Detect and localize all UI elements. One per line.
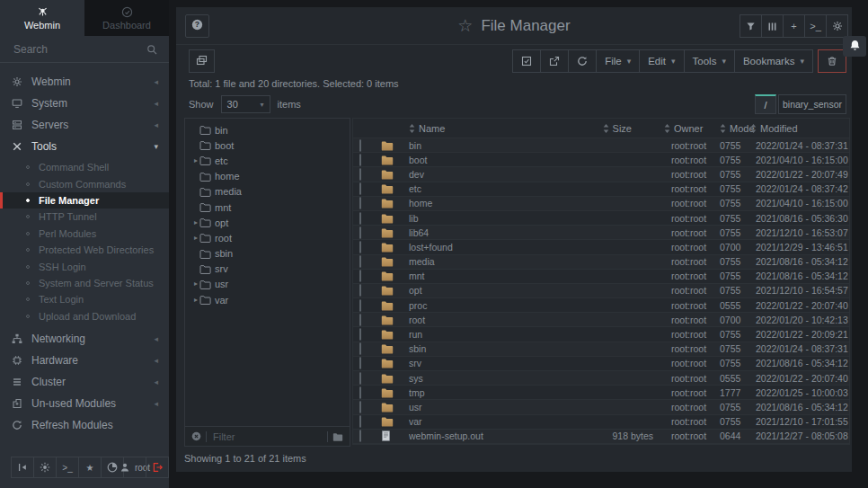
table-row-webmin-setup-out[interactable]: webmin-setup.out918 bytesroot:root064420… bbox=[353, 430, 849, 444]
columns-button[interactable] bbox=[761, 14, 784, 38]
tab-dashboard[interactable]: Dashboard bbox=[84, 0, 169, 36]
items-per-page-select[interactable]: 30 ▾ bbox=[221, 95, 270, 113]
theme-sun-button[interactable] bbox=[33, 457, 57, 478]
file-name[interactable]: sys bbox=[409, 373, 569, 384]
file-name[interactable]: tmp bbox=[409, 387, 569, 398]
filter-button[interactable] bbox=[740, 14, 762, 38]
column-header-name[interactable]: Name bbox=[409, 123, 569, 134]
file-name[interactable]: lost+found bbox=[409, 242, 569, 253]
table-row-root[interactable]: rootroot:root07002022/01/20 - 10:42:13 bbox=[353, 313, 849, 327]
file-name[interactable]: bin bbox=[409, 140, 569, 151]
tree-item-home[interactable]: home bbox=[185, 169, 350, 184]
tree-item-media[interactable]: media bbox=[185, 184, 350, 200]
user-button[interactable]: root bbox=[123, 457, 146, 478]
row-checkbox[interactable] bbox=[359, 415, 361, 428]
file-name[interactable]: proc bbox=[409, 300, 569, 311]
sidebar-item-command-shell[interactable]: Command Shell bbox=[0, 159, 169, 175]
sidebar-item-refresh-modules[interactable]: Refresh Modules bbox=[0, 414, 169, 436]
table-row-proc[interactable]: procroot:root05552022/01/22 - 20:07:40 bbox=[353, 298, 849, 313]
sidebar-item-tools[interactable]: Tools▾ bbox=[0, 136, 169, 157]
file-name[interactable]: usr bbox=[409, 402, 569, 413]
row-checkbox[interactable] bbox=[359, 212, 361, 225]
row-checkbox[interactable] bbox=[359, 226, 361, 239]
table-row-sys[interactable]: sysroot:root05552022/01/22 - 20:07:40 bbox=[353, 371, 849, 386]
sidebar-item-file-manager[interactable]: File Manager bbox=[0, 192, 169, 209]
refresh-button[interactable] bbox=[568, 49, 597, 73]
file-name[interactable]: lib64 bbox=[409, 227, 569, 238]
file-name[interactable]: root bbox=[409, 315, 569, 325]
favorites-star-button[interactable]: ★ bbox=[78, 457, 102, 478]
file-name[interactable]: var bbox=[409, 416, 569, 427]
file-name[interactable]: etc bbox=[409, 183, 569, 194]
tree-item-etc[interactable]: ▸etc bbox=[185, 153, 350, 168]
table-row-mnt[interactable]: mntroot:root07552021/08/16 - 05:34:12 bbox=[353, 270, 849, 284]
table-row-run[interactable]: runroot:root07552022/01/22 - 20:09:21 bbox=[353, 327, 849, 342]
sidebar-item-text-login[interactable]: Text Login bbox=[0, 291, 169, 307]
expand-arrow-icon[interactable]: ▸ bbox=[185, 297, 199, 304]
terminal-button[interactable]: >_ bbox=[56, 457, 79, 478]
file-name[interactable]: boot bbox=[409, 155, 569, 165]
table-row-bin[interactable]: binroot:root07552022/01/24 - 08:37:31 bbox=[353, 138, 849, 153]
table-row-boot[interactable]: bootroot:root07552021/04/10 - 16:15:00 bbox=[353, 153, 849, 167]
row-checkbox[interactable] bbox=[359, 386, 361, 399]
row-checkbox[interactable] bbox=[359, 299, 361, 312]
table-row-dev[interactable]: devroot:root07552022/01/22 - 20:07:49 bbox=[353, 167, 849, 182]
expand-arrow-icon[interactable]: ▸ bbox=[185, 219, 199, 226]
file-name[interactable]: webmin-setup.out bbox=[409, 430, 569, 441]
row-checkbox[interactable] bbox=[359, 430, 361, 442]
menu-file-button[interactable]: File▾ bbox=[596, 49, 640, 73]
column-header-owner[interactable]: Owner bbox=[655, 123, 718, 134]
table-row-media[interactable]: mediaroot:root07552021/08/16 - 05:34:12 bbox=[353, 255, 849, 270]
row-checkbox[interactable] bbox=[359, 284, 361, 297]
row-checkbox[interactable] bbox=[359, 182, 361, 195]
sidebar-item-ssh-login[interactable]: SSH Login bbox=[0, 258, 169, 274]
logout-button[interactable] bbox=[146, 457, 169, 478]
table-row-usr[interactable]: usrroot:root07552021/08/16 - 05:34:12 bbox=[353, 400, 849, 414]
tree-item-srv[interactable]: srv bbox=[185, 262, 350, 277]
expand-arrow-icon[interactable]: ▸ bbox=[185, 280, 199, 288]
column-header-modified[interactable]: Modified bbox=[748, 123, 849, 134]
table-row-sbin[interactable]: sbinroot:root07552022/01/24 - 08:37:31 bbox=[353, 342, 849, 357]
folder-filter-icon[interactable] bbox=[332, 432, 343, 441]
row-checkbox[interactable] bbox=[359, 168, 361, 181]
column-header-mode[interactable]: Mode bbox=[718, 123, 748, 134]
table-row-lost-found[interactable]: lost+foundroot:root07002021/12/29 - 13:4… bbox=[353, 240, 849, 254]
file-name[interactable]: srv bbox=[409, 358, 569, 368]
sidebar-item-networking[interactable]: Networking◂ bbox=[0, 328, 169, 350]
tree-item-boot[interactable]: boot bbox=[185, 138, 350, 153]
sidebar-item-protected-web-directories[interactable]: Protected Web Directories bbox=[0, 242, 169, 258]
file-name[interactable]: media bbox=[409, 256, 569, 267]
tree-item-bin[interactable]: bin bbox=[185, 122, 350, 138]
sidebar-item-servers[interactable]: Servers◂ bbox=[0, 114, 169, 136]
switch-view-button[interactable] bbox=[189, 49, 215, 73]
search-input[interactable] bbox=[12, 42, 141, 57]
table-row-home[interactable]: homeroot:root07552021/04/10 - 16:15:00 bbox=[353, 197, 849, 211]
select-all-button[interactable] bbox=[512, 49, 541, 73]
file-name[interactable]: run bbox=[409, 329, 569, 340]
row-checkbox[interactable] bbox=[359, 197, 361, 209]
sidebar-item-system-and-server-status[interactable]: System and Server Status bbox=[0, 275, 169, 291]
table-row-lib64[interactable]: lib64root:root07552021/12/10 - 16:53:07 bbox=[353, 226, 849, 240]
expand-arrow-icon[interactable]: ▸ bbox=[185, 157, 199, 164]
row-checkbox[interactable] bbox=[359, 342, 361, 355]
row-checkbox[interactable] bbox=[359, 241, 361, 253]
table-row-etc[interactable]: etcroot:root07552022/01/24 - 08:37:42 bbox=[353, 182, 849, 197]
tree-item-var[interactable]: ▸var bbox=[185, 292, 350, 307]
tree-item-root[interactable]: ▸root bbox=[185, 230, 350, 245]
tree-filter-input[interactable] bbox=[211, 430, 323, 443]
tab-webmin[interactable]: Webmin bbox=[0, 0, 84, 36]
row-checkbox[interactable] bbox=[359, 372, 361, 385]
table-row-var[interactable]: varroot:root07552021/12/10 - 17:01:55 bbox=[353, 415, 849, 430]
tree-item-sbin[interactable]: sbin bbox=[185, 246, 350, 262]
sidebar-item-webmin[interactable]: Webmin◂ bbox=[0, 71, 169, 93]
row-checkbox[interactable] bbox=[359, 255, 361, 268]
file-name[interactable]: opt bbox=[409, 285, 569, 296]
breadcrumb-current[interactable]: binary_sensor bbox=[778, 94, 846, 114]
table-row-opt[interactable]: optroot:root07552021/12/10 - 16:54:57 bbox=[353, 284, 849, 298]
table-row-tmp[interactable]: tmproot:root17772022/01/25 - 10:00:03 bbox=[353, 386, 849, 400]
sidebar-item-perl-modules[interactable]: Perl Modules bbox=[0, 226, 169, 242]
sidebar-item-cluster[interactable]: Cluster◂ bbox=[0, 371, 169, 393]
table-row-srv[interactable]: srvroot:root07552021/08/16 - 05:34:12 bbox=[353, 357, 849, 371]
tree-item-usr[interactable]: ▸usr bbox=[185, 277, 350, 292]
sidebar-item-hardware[interactable]: Hardware◂ bbox=[0, 350, 169, 371]
